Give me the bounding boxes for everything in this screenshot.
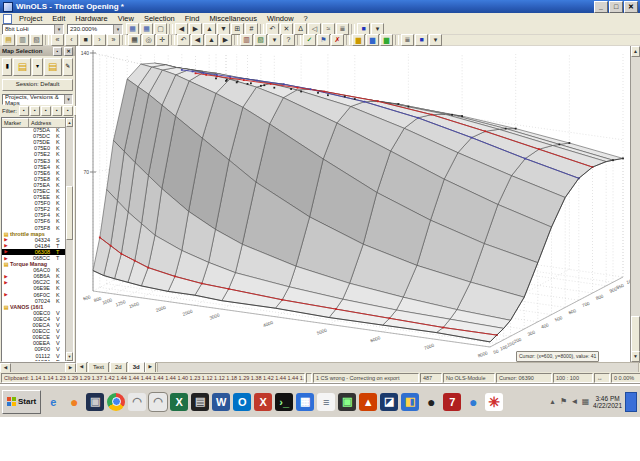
tray-flag-icon[interactable]: ⚑ <box>559 397 568 406</box>
panel-close-icon[interactable]: ✕ <box>64 47 73 56</box>
open-folder-icon[interactable]: ▤ <box>13 58 31 76</box>
throttle-map-3d-surface[interactable]: 1407060080010001250150020002500300040005… <box>76 46 630 362</box>
column-header-marker[interactable]: Marker <box>2 118 29 127</box>
taskbar-internet-explorer[interactable]: e <box>44 393 62 411</box>
panel-pin-icon[interactable]: ▪ <box>53 47 62 56</box>
window-layout-blue[interactable]: ■ <box>415 34 428 46</box>
zoom-tool[interactable]: ◎ <box>142 34 155 46</box>
taskbar-capture-app-1[interactable]: ◠ <box>128 393 146 411</box>
menu-item-view[interactable]: View <box>113 14 139 23</box>
taskbar-pinwheel-app[interactable]: ✳ <box>485 393 503 411</box>
maximize-button[interactable]: □ <box>609 1 623 13</box>
taskbar-capture-app-2[interactable]: ◠ <box>149 393 167 411</box>
menu-item-miscellaneous[interactable]: Miscellaneous <box>204 14 262 23</box>
map-chart-green[interactable]: ▆ <box>380 34 393 46</box>
session-button[interactable]: Session: Default <box>2 79 73 91</box>
menu-item-?[interactable]: ? <box>299 14 313 23</box>
taskbar-7zip-app[interactable]: 7 <box>443 393 461 411</box>
taskbar-paint-app[interactable]: ◧ <box>401 393 419 411</box>
tray-volume-icon[interactable]: ◄ <box>570 397 579 406</box>
sidebar-horizontal-scrollbar[interactable]: ◀ ▶ <box>0 363 76 372</box>
version-first[interactable]: « <box>51 34 64 46</box>
map-row[interactable]: 01274E <box>2 359 66 361</box>
chevron-down-icon[interactable]: ▾ <box>54 25 63 34</box>
filter-button-3[interactable]: ▪ <box>41 106 51 116</box>
filter-button-1[interactable]: ▪ <box>19 106 29 116</box>
taskbar-dark-circle-app[interactable]: ● <box>422 393 440 411</box>
version-current[interactable]: ■ <box>79 34 92 46</box>
taskbar-notepad[interactable]: ≡ <box>317 393 335 411</box>
minimize-button[interactable]: _ <box>594 1 608 13</box>
taskbar-photo-viewer[interactable]: ▣ <box>86 393 104 411</box>
nav-left[interactable]: ◀ <box>191 34 204 46</box>
tray-network-icon[interactable]: ▦ <box>581 397 590 406</box>
map-chart-yellow[interactable]: ▆ <box>352 34 365 46</box>
menu-item-edit[interactable]: Edit <box>47 14 70 23</box>
taskbar-print-app[interactable]: ▣ <box>338 393 356 411</box>
chart-vertical-scrollbar[interactable]: ▲ ▼ <box>630 46 640 362</box>
chart-view[interactable]: ▧ <box>254 34 267 46</box>
taskbar-chrome[interactable] <box>107 393 125 411</box>
scroll-up-icon[interactable]: ▲ <box>66 118 73 127</box>
map-list[interactable]: ▦ <box>128 34 141 46</box>
taskbar-red-x-app[interactable]: X <box>254 393 272 411</box>
show-desktop-button[interactable] <box>625 392 637 412</box>
import-folder-icon[interactable]: ▤ <box>44 58 62 76</box>
display-mode-combo[interactable]: 8bit LoHi ▾ <box>2 24 64 35</box>
pan-tool[interactable]: ✛ <box>156 34 169 46</box>
zoom-level-combo[interactable]: 230.000% ▾ <box>67 24 123 35</box>
close-button[interactable]: ✕ <box>624 1 638 13</box>
scroll-down-icon[interactable]: ▼ <box>631 351 640 362</box>
taskbar-notebook-app[interactable]: ▤ <box>191 393 209 411</box>
view-dropdown[interactable]: ▾ <box>268 34 281 46</box>
menu-item-project[interactable]: Project <box>14 14 47 23</box>
open-project[interactable]: ▤ <box>2 34 15 46</box>
menu-item-hardware[interactable]: Hardware <box>70 14 113 23</box>
edit-map-button[interactable]: ✎ <box>63 58 73 76</box>
map-list-scrollbar[interactable]: ▲ ▼ <box>65 118 73 361</box>
window-layout[interactable]: ≣ <box>401 34 414 46</box>
tray-hidden-icons-chevron[interactable]: ▴ <box>548 397 557 406</box>
window-layout-dropdown[interactable]: ▾ <box>429 34 442 46</box>
taskbar-clock[interactable]: 3:46 PM 4/22/2021 <box>593 395 622 409</box>
new-map-button[interactable]: ▮ <box>2 58 12 76</box>
taskbar-blue-app[interactable]: ▦ <box>296 393 314 411</box>
tree-mode-combo[interactable]: Projects, Versions & Maps ▾ <box>2 94 73 105</box>
taskbar-excel[interactable]: X <box>170 393 188 411</box>
chevron-down-icon[interactable]: ▾ <box>64 95 72 104</box>
chevron-down-icon[interactable]: ▾ <box>113 25 122 34</box>
start-button[interactable]: Start <box>2 390 41 414</box>
reject-x[interactable]: ✗ <box>331 34 344 46</box>
filter-button-5[interactable]: ▪ <box>63 106 73 116</box>
menu-item-window[interactable]: Window <box>262 14 299 23</box>
scroll-up-icon[interactable]: ▲ <box>631 46 640 57</box>
version-last[interactable]: » <box>107 34 120 46</box>
taskbar-blue-circle-app[interactable]: ● <box>464 393 482 411</box>
menu-item-selection[interactable]: Selection <box>139 14 180 23</box>
taskbar-word[interactable]: W <box>212 393 230 411</box>
filter-button-4[interactable]: ▪ <box>52 106 62 116</box>
project-properties[interactable]: ▥ <box>16 34 29 46</box>
taskbar-photos-app[interactable]: ◪ <box>380 393 398 411</box>
taskbar-media-app[interactable]: ● <box>65 393 83 411</box>
taskbar-terminal[interactable]: ›_ <box>275 393 293 411</box>
taskbar-flame-app[interactable]: ▲ <box>359 393 377 411</box>
accept-check[interactable]: ✓ <box>303 34 316 46</box>
hexdump-view[interactable]: ▥ <box>240 34 253 46</box>
scrollbar-thumb[interactable] <box>631 316 640 352</box>
version-prev[interactable]: ‹ <box>65 34 78 46</box>
menu-item-find[interactable]: Find <box>180 14 205 23</box>
map-chart-blue[interactable]: ▆ <box>366 34 379 46</box>
open-folder-dropdown[interactable]: ▾ <box>32 58 42 76</box>
import-file[interactable]: ▧ <box>30 34 43 46</box>
help-pointer[interactable]: ? <box>282 34 295 46</box>
undo-nav[interactable]: ↶ <box>177 34 190 46</box>
scroll-down-icon[interactable]: ▼ <box>66 352 73 361</box>
bookmark[interactable]: ⚑ <box>317 34 330 46</box>
nav-up[interactable]: ▲ <box>205 34 218 46</box>
nav-right[interactable]: ▶ <box>219 34 232 46</box>
version-next[interactable]: › <box>93 34 106 46</box>
filter-button-2[interactable]: ▪ <box>30 106 40 116</box>
taskbar-outlook[interactable]: O <box>233 393 251 411</box>
scrollbar-thumb[interactable] <box>66 186 73 240</box>
